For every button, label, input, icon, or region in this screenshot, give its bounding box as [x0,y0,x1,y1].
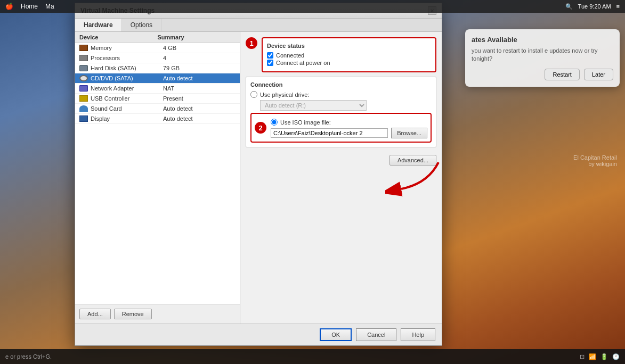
device-list-header: Device Summary [75,32,240,43]
clock-bottom: 🕐 [612,353,620,360]
device-summary-usb: Present [163,95,236,102]
device-name-processors: Processors [91,55,163,61]
watermark: El Capitan Retail by wikigain [573,154,617,167]
processor-icon [79,55,88,61]
auto-detect-select[interactable]: Auto detect (R:) [260,100,367,111]
notification-buttons: Restart Later [472,69,613,80]
cdrom-icon [79,75,88,81]
device-summary-network: NAT [163,85,236,92]
device-name-display: Display [91,115,163,122]
device-summary-memory: 4 GB [163,45,236,51]
mac-topbar: 🍎 Home Ma 🔍 Tue 9:20 AM ≡ [0,0,625,13]
network-status-icon: ⊡ [580,353,585,360]
device-list-items: Memory 4 GB Processors 4 Hard Disk (SATA… [75,43,240,304]
device-summary-cdrom: Auto detect [163,75,236,81]
tab-options[interactable]: Options [122,19,161,31]
iso-label: Use ISO image file: [280,119,331,126]
apple-icon[interactable]: 🍎 [5,3,13,10]
later-button[interactable]: Later [584,69,613,80]
device-list: Device Summary Memory 4 GB Processors 4 [75,32,240,324]
notification-panel: ates Available you want to restart to in… [465,29,620,87]
battery-icon: 🔋 [600,353,608,360]
memory-icon [79,45,88,51]
device-item-display[interactable]: Display Auto detect [75,114,240,124]
iso-row-wrapper: 2 Use ISO image file: Browse... [250,113,432,143]
wifi-icon: 📶 [589,353,596,360]
device-name-memory: Memory [91,45,163,51]
device-item-usb[interactable]: USB Controller Present [75,94,240,104]
connected-label: Connected [276,52,304,59]
remove-button[interactable]: Remove [114,309,152,319]
iso-radio-row: Use ISO image file: [271,119,427,126]
ma-tab[interactable]: Ma [45,3,54,10]
device-name-sound: Sound Card [91,105,163,112]
browse-button[interactable]: Browse... [391,128,427,138]
notification-title: ates Available [472,36,613,44]
physical-label: Use physical drive: [260,92,309,98]
connect-power-row: Connect at power on [267,60,431,66]
dialog-tabs: Hardware Options [75,19,442,32]
vm-settings-dialog: Virtual Machine Settings ✕ Hardware Opti… [75,3,442,346]
topbar-left: 🍎 Home Ma [5,3,54,10]
connect-power-label: Connect at power on [276,60,330,66]
bottombar-icons: ⊡ 📶 🔋 🕐 [580,353,620,360]
device-status-title: Device status [267,43,431,49]
device-name-harddisk: Hard Disk (SATA) [91,65,163,71]
connected-row: Connected [267,52,431,59]
cancel-button[interactable]: Cancel [356,328,396,341]
physical-radio[interactable] [250,91,257,98]
iso-file-row: Browse... [271,128,427,138]
device-name-usb: USB Controller [91,95,163,102]
menu-icon[interactable]: ≡ [616,3,620,10]
right-panel: 1 Device status Connected Connect at pow… [240,32,442,324]
circle-label-1: 1 [246,37,257,49]
add-button[interactable]: Add... [79,309,111,319]
display-icon [79,115,88,122]
sound-icon [79,105,88,112]
mac-bottombar: e or press Ctrl+G. ⊡ 📶 🔋 🕐 [0,349,625,364]
device-item-processors[interactable]: Processors 4 [75,53,240,63]
device-item-cdrom[interactable]: CD/DVD (SATA) Auto detect [75,73,240,84]
iso-path-input[interactable] [271,128,388,138]
help-button[interactable]: Help [401,328,435,341]
device-summary-sound: Auto detect [163,105,236,112]
notification-text: you want to restart to install e updates… [472,47,613,63]
auto-detect-dropdown-row: Auto detect (R:) [260,100,432,111]
dialog-bottom: OK Cancel Help [75,324,442,345]
harddisk-icon [79,65,88,71]
bottombar-hint: e or press Ctrl+G. [5,353,52,360]
physical-drive-row: Use physical drive: [250,91,432,98]
connection-title: Connection [250,81,432,88]
connect-power-checkbox[interactable] [267,60,273,66]
dialog-body: Device Summary Memory 4 GB Processors 4 [75,32,442,324]
col-header-summary: Summary [158,34,236,40]
device-status-box: Device status Connected Connect at power… [262,37,436,72]
device-summary-processors: 4 [163,55,236,61]
device-summary-harddisk: 79 GB [163,65,236,71]
advanced-button[interactable]: Advanced... [389,155,436,166]
search-icon[interactable]: 🔍 [565,3,573,10]
device-name-cdrom: CD/DVD (SATA) [91,75,163,81]
device-item-harddisk[interactable]: Hard Disk (SATA) 79 GB [75,63,240,73]
device-list-footer: Add... Remove [75,304,240,324]
usb-icon [79,95,88,102]
tab-hardware[interactable]: Hardware [75,19,122,31]
iso-radio[interactable] [271,119,278,126]
connected-checkbox[interactable] [267,52,273,59]
connection-section: Connection Use physical drive: Auto dete… [246,77,436,147]
network-icon [79,85,88,92]
circle-label-2: 2 [255,122,266,134]
device-name-network: Network Adapter [91,85,163,92]
ok-button[interactable]: OK [320,328,352,341]
device-summary-display: Auto detect [163,115,236,122]
clock: Tue 9:20 AM [578,3,611,10]
topbar-right: 🔍 Tue 9:20 AM ≡ [565,3,620,10]
device-item-network[interactable]: Network Adapter NAT [75,84,240,94]
advanced-row: Advanced... [246,155,436,166]
col-header-device: Device [79,34,158,40]
device-item-sound[interactable]: Sound Card Auto detect [75,104,240,114]
restart-button[interactable]: Restart [545,69,579,80]
device-item-memory[interactable]: Memory 4 GB [75,43,240,53]
home-tab[interactable]: Home [21,3,38,10]
